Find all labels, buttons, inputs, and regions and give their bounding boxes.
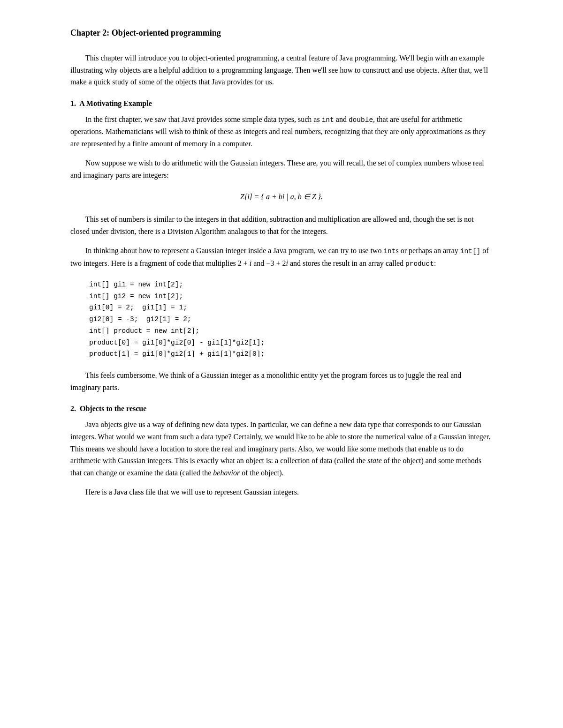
intro-paragraph: This chapter will introduce you to objec… [70,52,493,88]
italic-behavior: behavior [213,469,240,477]
chapter-title: Chapter 2: Object-oriented programming [70,28,493,38]
section-1-paragraph-3: This set of numbers is similar to the in… [70,213,493,237]
section-1-title: 1. A Motivating Example [70,99,493,108]
section-1: 1. A Motivating Example In the first cha… [70,99,493,394]
code-product-inline: product [405,260,434,268]
math-formula: Z[i] = { a + bi | a, b ∈ Z }. [240,193,323,201]
page-content: Chapter 2: Object-oriented programming T… [70,0,493,534]
section-2-title: 2. Objects to the rescue [70,405,493,413]
math-block: Z[i] = { a + bi | a, b ∈ Z }. [70,190,493,204]
code-double: double [349,116,373,124]
code-block-gaussian: int[] gi1 = new int[2]; int[] gi2 = new … [89,279,493,360]
section-2: 2. Objects to the rescue Java objects gi… [70,405,493,498]
code-int-array: int[] [460,248,481,255]
section-1-paragraph-2: Now suppose we wish to do arithmetic wit… [70,157,493,181]
italic-state: state [367,457,381,465]
code-content: int[] gi1 = new int[2]; int[] gi2 = new … [89,281,265,358]
section-1-paragraph-1: In the first chapter, we saw that Java p… [70,113,493,150]
code-int-1: int [322,116,334,124]
code-int-2: int [383,248,396,255]
section-2-paragraph-1: Java objects give us a way of defining n… [70,419,493,479]
section-2-paragraph-2: Here is a Java class file that we will u… [70,486,493,498]
section-1-after-code: This feels cumbersome. We think of a Gau… [70,369,493,393]
section-1-paragraph-4: In thinking about how to represent a Gau… [70,245,493,269]
